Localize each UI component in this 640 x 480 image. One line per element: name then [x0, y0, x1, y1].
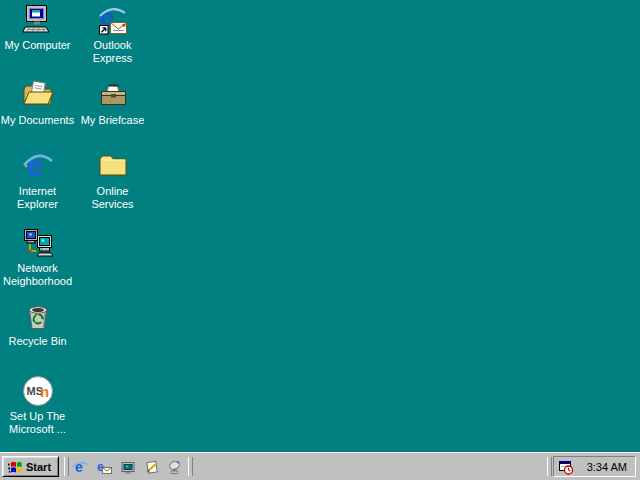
quick-launch-document-pencil[interactable] [143, 458, 161, 475]
task-scheduler-icon[interactable] [558, 459, 574, 475]
desktop-icon-label: Set Up The Microsoft ... [0, 410, 75, 436]
windows-flag-icon [7, 459, 23, 475]
view-channels-satellite-icon [167, 459, 183, 475]
desktop-icon-label: Internet Explorer [0, 185, 75, 211]
taskbar: Start e e [0, 452, 640, 480]
desktop-icon-label: My Documents [1, 114, 74, 127]
tray-divider [547, 457, 552, 476]
recycle-bin-icon [22, 300, 54, 332]
quick-launch-show-desktop[interactable] [119, 458, 137, 475]
desktop-icon-internet-explorer[interactable]: e Internet Explorer [0, 150, 75, 211]
desktop-icon-my-computer[interactable]: My Computer [0, 4, 75, 52]
desktop-icon-label: Online Services [75, 185, 150, 211]
desktop-icon-label: Outlook Express [75, 39, 150, 65]
system-tray: 3:34 AM [553, 456, 636, 477]
desktop-icon-my-briefcase[interactable]: My Briefcase [75, 79, 150, 127]
svg-text:n: n [40, 383, 49, 400]
quick-launch-handle[interactable] [64, 457, 69, 476]
desktop-icon-label: My Computer [4, 39, 70, 52]
quick-launch-view-channels[interactable] [166, 458, 184, 475]
desktop-icon-my-documents[interactable]: My Documents [0, 79, 75, 127]
my-documents-icon [22, 79, 54, 111]
outlook-express-icon: e [97, 4, 129, 36]
svg-text:e: e [75, 459, 83, 475]
quick-launch-outlook-express[interactable]: e [95, 458, 113, 475]
launch-outlook-express-icon: e [96, 459, 112, 475]
desktop-icon-label: Recycle Bin [8, 335, 66, 348]
msn-icon: MS n [22, 375, 54, 407]
internet-explorer-icon: e [22, 150, 54, 182]
desktop-icon-label: My Briefcase [81, 114, 145, 127]
desktop-icon-msn-setup[interactable]: MS n Set Up The Microsoft ... [0, 375, 75, 436]
desktop-icon-recycle-bin[interactable]: Recycle Bin [0, 300, 75, 348]
clock[interactable]: 3:34 AM [587, 461, 635, 473]
quick-launch-internet-explorer[interactable]: e [71, 458, 89, 475]
desktop-icon-outlook-express[interactable]: e Outlook Express [75, 4, 150, 65]
start-button-label: Start [26, 461, 51, 473]
desktop-icon-online-services[interactable]: Online Services [75, 150, 150, 211]
online-services-icon [97, 150, 129, 182]
quick-launch-handle[interactable] [188, 457, 193, 476]
my-computer-icon [22, 4, 54, 36]
launch-internet-explorer-icon: e [72, 459, 88, 475]
desktop-icon-label: Network Neighborhood [0, 262, 75, 288]
show-desktop-icon [120, 459, 136, 475]
start-button[interactable]: Start [2, 456, 59, 477]
network-neighborhood-icon [22, 227, 54, 259]
desktop-icon-network-neighborhood[interactable]: Network Neighborhood [0, 227, 75, 288]
document-pencil-icon [144, 459, 160, 475]
my-briefcase-icon [97, 79, 129, 111]
desktop[interactable]: My Computer My Documents e Internet Expl… [0, 0, 640, 480]
